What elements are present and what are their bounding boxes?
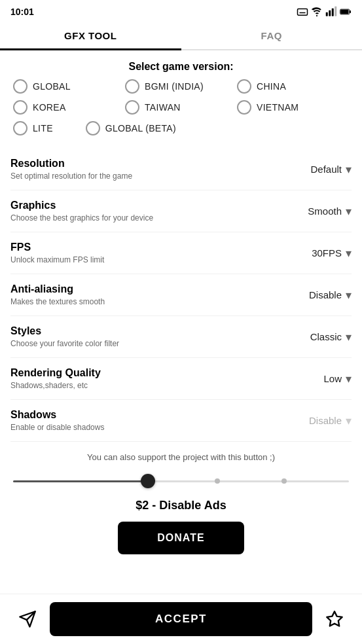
radio-global[interactable]: GLOBAL xyxy=(13,79,125,94)
setting-desc-rendering-quality: Shadows,shaders, etc xyxy=(10,381,286,390)
share-icon xyxy=(18,610,37,628)
radio-circle-global-beta xyxy=(86,121,100,135)
chevron-down-icon-styles: ▾ xyxy=(346,330,352,344)
chevron-down-icon-graphics: ▾ xyxy=(346,204,352,219)
radio-korea[interactable]: KOREA xyxy=(13,100,125,115)
chevron-down-icon-fps: ▾ xyxy=(346,246,352,260)
radio-circle-global xyxy=(13,79,27,94)
setting-title-fps: FPS xyxy=(10,241,286,253)
setting-control-graphics[interactable]: Smooth ▾ xyxy=(286,204,352,219)
setting-control-antialiasing[interactable]: Disable ▾ xyxy=(286,288,352,302)
radio-label-china: CHINA xyxy=(257,81,286,92)
setting-title-antialiasing: Anti-aliasing xyxy=(10,283,286,295)
tab-faq[interactable]: FAQ xyxy=(181,21,363,49)
radio-circle-vietnam xyxy=(237,100,251,115)
radio-circle-korea xyxy=(13,100,27,115)
chevron-down-icon-rendering-quality: ▾ xyxy=(346,372,352,386)
radio-vietnam[interactable]: VIETNAM xyxy=(237,100,349,115)
setting-info-resolution: Resolution Set optimal resolution for th… xyxy=(10,158,286,181)
star-icon xyxy=(325,610,344,628)
setting-control-resolution[interactable]: Default ▾ xyxy=(286,162,352,177)
svg-rect-0 xyxy=(298,9,308,16)
svg-point-1 xyxy=(316,15,317,16)
status-icons xyxy=(297,6,352,18)
setting-desc-resolution: Set optimal resolution for the game xyxy=(10,171,286,181)
setting-value-fps: 30FPS xyxy=(312,247,342,259)
setting-row-shadows: Shadows Enable or disable shadows Disabl… xyxy=(10,400,352,442)
wifi-icon xyxy=(311,6,323,18)
svg-marker-11 xyxy=(327,611,342,626)
donation-slider[interactable] xyxy=(13,471,349,491)
donation-hint: You can also support the project with th… xyxy=(13,452,349,462)
donation-amount: $2 - Disable Ads xyxy=(13,499,349,512)
radio-label-taiwan: TAIWAN xyxy=(145,102,181,113)
setting-title-graphics: Graphics xyxy=(10,200,286,211)
donate-button[interactable]: DONATE xyxy=(118,522,244,554)
setting-info-shadows: Shadows Enable or disable shadows xyxy=(10,409,286,432)
setting-row-antialiasing: Anti-aliasing Makes the textures smooth … xyxy=(10,274,352,316)
setting-desc-fps: Unlock maximum FPS limit xyxy=(10,255,286,264)
accept-button[interactable]: ACCEPT xyxy=(50,602,312,636)
settings-container: Resolution Set optimal resolution for th… xyxy=(0,149,362,442)
setting-info-graphics: Graphics Choose the best graphics for yo… xyxy=(10,200,286,223)
radio-taiwan[interactable]: TAIWAN xyxy=(125,100,237,115)
setting-row-styles: Styles Choose your favorite color filter… xyxy=(10,316,352,358)
battery-icon xyxy=(340,6,352,18)
svg-rect-3 xyxy=(329,10,331,16)
tab-bar: GFX TOOL FAQ xyxy=(0,21,362,50)
setting-value-antialiasing: Disable xyxy=(309,289,342,300)
setting-title-rendering-quality: Rendering Quality xyxy=(10,367,286,379)
favorites-button[interactable] xyxy=(320,605,349,634)
setting-value-shadows: Disable xyxy=(309,415,342,426)
svg-rect-7 xyxy=(350,10,351,13)
setting-control-fps[interactable]: 30FPS ▾ xyxy=(286,246,352,260)
radio-bgmi[interactable]: BGMI (INDIA) xyxy=(125,79,237,94)
setting-title-shadows: Shadows xyxy=(10,409,286,421)
radio-lite[interactable]: LITE xyxy=(13,121,53,135)
status-time: 10:01 xyxy=(10,7,34,17)
setting-control-styles[interactable]: Classic ▾ xyxy=(286,330,352,344)
radio-circle-bgmi xyxy=(125,79,139,94)
version-row-1: GLOBAL BGMI (INDIA) CHINA xyxy=(13,79,349,94)
version-row-3: LITE GLOBAL (BETA) xyxy=(13,121,349,135)
radio-circle-taiwan xyxy=(125,100,139,115)
slider-track xyxy=(13,480,349,482)
tab-gfx-tool[interactable]: GFX TOOL xyxy=(0,21,181,49)
keyboard-icon xyxy=(297,6,308,18)
status-bar: 10:01 xyxy=(0,0,362,21)
radio-label-bgmi: BGMI (INDIA) xyxy=(145,81,204,92)
radio-label-vietnam: VIETNAM xyxy=(257,102,299,113)
chevron-down-icon-shadows: ▾ xyxy=(346,414,352,428)
radio-label-global-beta: GLOBAL (BETA) xyxy=(105,123,176,134)
setting-desc-antialiasing: Makes the textures smooth xyxy=(10,297,286,306)
radio-label-lite: LITE xyxy=(33,123,53,134)
svg-rect-2 xyxy=(326,12,328,16)
setting-desc-styles: Choose your favorite color filter xyxy=(10,339,286,348)
setting-info-antialiasing: Anti-aliasing Makes the textures smooth xyxy=(10,283,286,306)
setting-info-fps: FPS Unlock maximum FPS limit xyxy=(10,241,286,264)
setting-row-resolution: Resolution Set optimal resolution for th… xyxy=(10,149,352,190)
version-grid: GLOBAL BGMI (INDIA) CHINA KOREA TAIWAN V… xyxy=(0,79,362,149)
slider-thumb[interactable] xyxy=(141,474,155,488)
slider-dot-2 xyxy=(281,478,287,484)
setting-row-fps: FPS Unlock maximum FPS limit 30FPS ▾ xyxy=(10,232,352,274)
version-row-2: KOREA TAIWAN VIETNAM xyxy=(13,100,349,115)
setting-row-rendering-quality: Rendering Quality Shadows,shaders, etc L… xyxy=(10,358,352,400)
signal-icon xyxy=(325,6,337,18)
setting-value-styles: Classic xyxy=(310,331,342,342)
setting-title-resolution: Resolution xyxy=(10,158,286,170)
radio-global-beta[interactable]: GLOBAL (BETA) xyxy=(86,121,176,135)
radio-circle-lite xyxy=(13,121,27,135)
svg-rect-4 xyxy=(332,9,334,16)
setting-control-shadows: Disable ▾ xyxy=(286,414,352,428)
radio-china[interactable]: CHINA xyxy=(237,79,349,94)
donation-section: You can also support the project with th… xyxy=(0,442,362,565)
setting-info-rendering-quality: Rendering Quality Shadows,shaders, etc xyxy=(10,367,286,390)
chevron-down-icon-resolution: ▾ xyxy=(346,162,352,177)
setting-control-rendering-quality[interactable]: Low ▾ xyxy=(286,372,352,386)
radio-circle-china xyxy=(237,79,251,94)
share-button[interactable] xyxy=(13,605,42,634)
setting-info-styles: Styles Choose your favorite color filter xyxy=(10,325,286,348)
setting-title-styles: Styles xyxy=(10,325,286,337)
chevron-down-icon-antialiasing: ▾ xyxy=(346,288,352,302)
